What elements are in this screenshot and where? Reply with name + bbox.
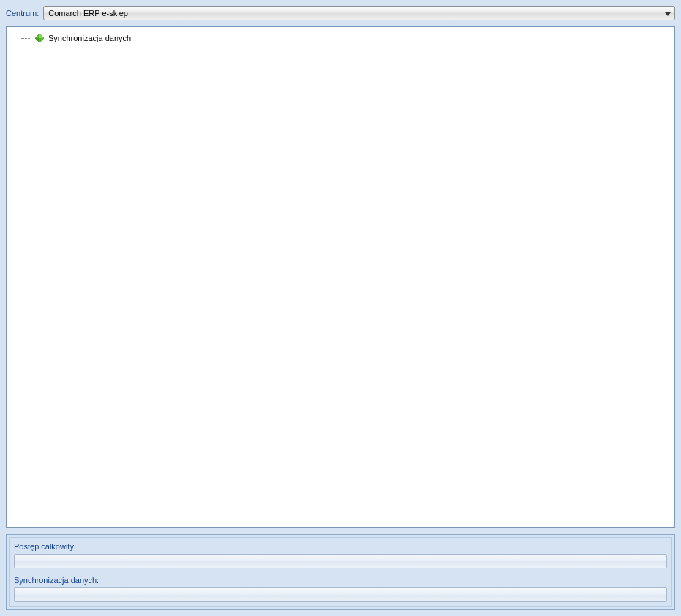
tree-connector-icon [20, 31, 33, 45]
overall-progress-label: Postęp całkowity: [14, 542, 667, 551]
dropdown-selected-text: Comarch ERP e-sklep [48, 9, 128, 18]
tree-item[interactable]: Synchronizacja danych [10, 31, 671, 45]
centrum-label: Centrum: [6, 9, 39, 18]
overall-progress-bar [14, 554, 667, 568]
main-container: Centrum: Comarch ERP e-sklep Synchroniza… [0, 0, 681, 616]
top-row: Centrum: Comarch ERP e-sklep [6, 6, 675, 20]
tree-item-label: Synchronizacja danych [48, 34, 131, 42]
sync-progress-group: Synchronizacja danych: [14, 576, 667, 602]
tree-panel[interactable]: Synchronizacja danych [6, 26, 675, 528]
sync-progress-label: Synchronizacja danych: [14, 576, 667, 585]
sync-progress-bar [14, 587, 667, 602]
centrum-dropdown[interactable]: Comarch ERP e-sklep [43, 6, 675, 20]
chevron-down-icon [665, 9, 671, 18]
progress-panel: Postęp całkowity: Synchronizacja danych: [6, 534, 675, 610]
green-diamond-icon [34, 33, 45, 43]
overall-progress-group: Postęp całkowity: [14, 542, 667, 568]
